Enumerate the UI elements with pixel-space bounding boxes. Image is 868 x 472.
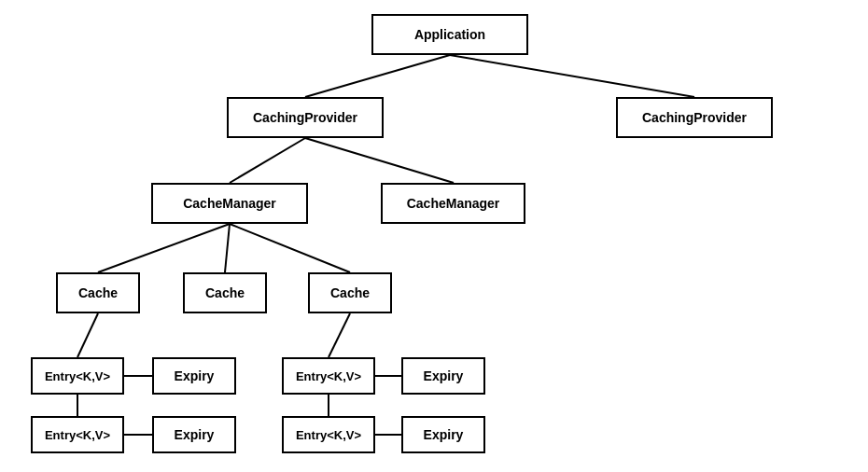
- node-expiry-3a: Expiry: [401, 357, 485, 395]
- node-entry-3a: Entry<K,V>: [282, 357, 375, 395]
- node-application: Application: [371, 14, 528, 55]
- svg-line-7: [77, 313, 98, 357]
- node-cache-manager-2: CacheManager: [381, 183, 525, 224]
- svg-line-11: [329, 313, 350, 357]
- svg-line-0: [305, 55, 450, 97]
- svg-line-2: [230, 138, 305, 183]
- node-cache-1: Cache: [56, 272, 140, 313]
- node-cache-manager-1: CacheManager: [151, 183, 308, 224]
- svg-line-5: [225, 224, 230, 272]
- node-expiry-1b: Expiry: [152, 416, 236, 453]
- svg-line-6: [230, 224, 350, 272]
- node-cache-3: Cache: [308, 272, 392, 313]
- diagram: Application CachingProvider CachingProvi…: [0, 0, 868, 472]
- node-caching-provider-1: CachingProvider: [227, 97, 384, 138]
- node-expiry-3b: Expiry: [401, 416, 485, 453]
- svg-line-3: [305, 138, 454, 183]
- svg-line-4: [98, 224, 230, 272]
- node-expiry-1a: Expiry: [152, 357, 236, 395]
- node-entry-1b: Entry<K,V>: [31, 416, 124, 453]
- node-entry-1a: Entry<K,V>: [31, 357, 124, 395]
- node-entry-3b: Entry<K,V>: [282, 416, 375, 453]
- svg-line-1: [450, 55, 694, 97]
- node-caching-provider-2: CachingProvider: [616, 97, 773, 138]
- connector-lines: [0, 0, 868, 472]
- node-cache-2: Cache: [183, 272, 267, 313]
